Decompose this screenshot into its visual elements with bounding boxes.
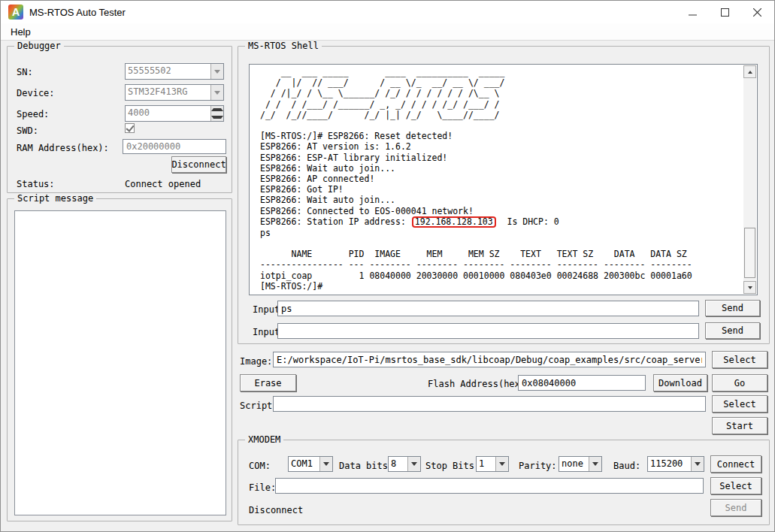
flash-address-label: Flash Address(hex): [428, 379, 531, 389]
chevron-down-icon[interactable] [319, 457, 332, 471]
com-value: COM1 [289, 457, 319, 471]
chevron-down-icon[interactable] [210, 85, 223, 100]
title-bar: A MS-RTOS Auto Tester [1, 1, 774, 23]
speed-value: 4000 [126, 106, 223, 119]
device-combobox[interactable]: STM32F413RG [125, 84, 224, 101]
shell-output: __ ___ _____ ____ __________ _____ / |/ … [249, 64, 758, 295]
window-title: MS-RTOS Auto Tester [29, 7, 126, 18]
script-path-field[interactable] [273, 396, 706, 412]
minimize-button[interactable] [676, 1, 710, 23]
close-icon [753, 8, 761, 17]
input2-field[interactable] [277, 323, 699, 339]
chevron-down-icon[interactable] [495, 457, 508, 471]
swd-label: SWD: [17, 125, 38, 136]
download-button[interactable]: Download [653, 374, 707, 391]
script-message-group-label: Script message [14, 193, 96, 204]
close-button[interactable] [740, 1, 774, 23]
baud-value: 115200 [648, 457, 691, 471]
minimize-icon [689, 8, 697, 17]
swd-checkbox[interactable] [125, 123, 135, 133]
data-bits-value: 8 [389, 457, 407, 471]
image-path-field[interactable] [273, 352, 706, 367]
xmodem-send-button[interactable]: Send [710, 499, 761, 516]
ip-address-highlight: 192.168.128.103 [412, 216, 496, 228]
ram-address-label: RAM Address(hex): [17, 143, 109, 153]
send1-button[interactable]: Send [705, 300, 760, 316]
chevron-down-icon[interactable] [589, 457, 601, 471]
scrollbar-thumb[interactable] [744, 228, 755, 278]
chevron-down-icon[interactable] [407, 457, 420, 471]
baud-combobox[interactable]: 115200 [647, 456, 704, 472]
maximize-button[interactable] [708, 1, 742, 23]
status-label: Status: [17, 179, 55, 189]
go-button[interactable]: Go [712, 374, 767, 391]
image-select-button[interactable]: Select [712, 351, 767, 368]
parity-value: none [559, 457, 589, 471]
flash-address-field[interactable] [518, 375, 646, 391]
debugger-group-label: Debugger [14, 41, 64, 51]
ram-address-field[interactable] [123, 139, 226, 154]
com-combobox[interactable]: COM1 [288, 456, 333, 472]
shell-group-label: MS-RTOS Shell [245, 41, 322, 51]
baud-label: Baud: [613, 461, 640, 471]
stop-bits-combobox[interactable]: 1 [476, 456, 509, 472]
status-value: Connect opened [125, 179, 201, 189]
speed-label: Speed: [17, 109, 49, 119]
file-select-button[interactable]: Select [710, 477, 761, 494]
device-label: Device: [17, 88, 55, 98]
device-value: STM32F413RG [126, 85, 210, 100]
start-button[interactable]: Start [712, 417, 767, 434]
script-select-button[interactable]: Select [712, 395, 767, 413]
xmodem-status-text: Disconnect [249, 505, 303, 515]
input1-field[interactable] [277, 301, 699, 316]
spin-up-icon[interactable] [211, 106, 223, 113]
file-field[interactable] [275, 478, 704, 494]
sn-value: 55555502 [126, 64, 210, 79]
app-logo-icon: A [8, 5, 23, 20]
scroll-down-icon [748, 286, 752, 289]
script-label: Script: [240, 401, 278, 411]
com-label: COM: [249, 461, 271, 471]
image-label: Image: [240, 356, 272, 367]
parity-combobox[interactable]: none [559, 456, 602, 472]
file-label: File: [249, 482, 276, 493]
shell-scrollbar[interactable] [743, 65, 756, 294]
stop-bits-value: 1 [477, 457, 495, 471]
chevron-down-icon[interactable] [210, 64, 223, 79]
data-bits-label: Data bits: [339, 461, 393, 471]
check-icon [126, 123, 134, 132]
script-message-textarea[interactable] [14, 210, 226, 515]
spin-down-icon[interactable] [211, 113, 223, 121]
menu-bar: Help [1, 23, 774, 41]
debugger-disconnect-button[interactable]: Disconnect [171, 156, 226, 173]
sn-combobox[interactable]: 55555502 [125, 63, 224, 80]
send2-button[interactable]: Send [705, 322, 760, 339]
shell-text: __ ___ _____ ____ __________ _____ / |/ … [260, 67, 692, 292]
app-window: A MS-RTOS Auto Tester Help Debugger SN: … [0, 0, 775, 532]
xmodem-connect-button[interactable]: Connect [710, 455, 761, 473]
parity-label: Parity: [519, 461, 557, 471]
speed-spinner[interactable]: 4000 [125, 105, 224, 122]
scroll-up-button[interactable] [743, 65, 756, 78]
maximize-icon [721, 8, 729, 17]
stop-bits-label: Stop Bits: [425, 461, 480, 471]
sn-label: SN: [17, 67, 33, 77]
data-bits-combobox[interactable]: 8 [388, 456, 421, 472]
erase-button[interactable]: Erase [240, 374, 296, 391]
menu-help[interactable]: Help [4, 24, 38, 40]
scroll-down-button[interactable] [743, 281, 756, 294]
scroll-up-icon [748, 71, 752, 74]
xmodem-group-label: XMODEM [245, 434, 283, 445]
chevron-down-icon[interactable] [691, 457, 704, 471]
